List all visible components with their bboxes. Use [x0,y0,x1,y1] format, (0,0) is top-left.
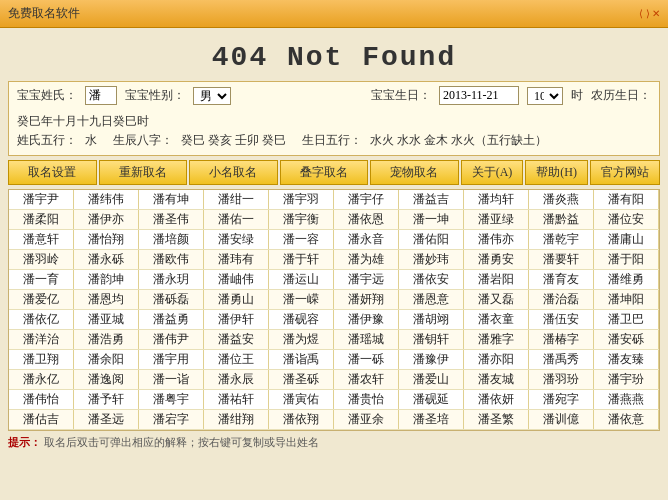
name-cell[interactable]: 潘宇仔 [333,190,398,210]
name-cell[interactable]: 潘妍翔 [333,290,398,310]
name-cell[interactable]: 潘永玥 [138,270,203,290]
name-cell[interactable]: 潘依恩 [333,210,398,230]
name-cell[interactable]: 潘益勇 [138,310,203,330]
name-cell[interactable]: 潘宇远 [333,270,398,290]
name-cell[interactable]: 潘圣砾 [268,370,333,390]
name-cell[interactable]: 潘依意 [593,410,658,430]
name-cell[interactable]: 潘亚绿 [463,210,528,230]
name-cell[interactable]: 潘一容 [268,230,333,250]
name-cell[interactable]: 潘维勇 [593,270,658,290]
name-cell[interactable]: 潘宇尹 [9,190,73,210]
name-cell[interactable]: 潘为雄 [333,250,398,270]
name-cell[interactable]: 潘玮有 [203,250,268,270]
name-cell[interactable]: 潘意轩 [9,230,73,250]
name-cell[interactable]: 潘贵怡 [333,390,398,410]
name-cell[interactable]: 潘友城 [463,370,528,390]
name-cell[interactable]: 潘于阳 [593,250,658,270]
toolbar-btn-7[interactable]: 官方网站 [590,160,660,185]
name-cell[interactable]: 潘益安 [203,330,268,350]
surname-input[interactable] [85,86,117,105]
name-cell[interactable]: 潘羽玢 [528,370,593,390]
name-cell[interactable]: 潘训億 [528,410,593,430]
name-cell[interactable]: 潘亦阳 [463,350,528,370]
name-cell[interactable]: 潘一坤 [398,210,463,230]
name-cell[interactable]: 潘豫伊 [398,350,463,370]
title-bar-controls[interactable]: ⟨ ⟩ ✕ [639,8,660,19]
name-cell[interactable]: 潘胡翊 [398,310,463,330]
name-cell[interactable]: 潘妙玮 [398,250,463,270]
name-cell[interactable]: 潘欧伟 [138,250,203,270]
name-cell[interactable]: 潘恩均 [73,290,138,310]
name-cell[interactable]: 潘伊豫 [333,310,398,330]
name-cell[interactable]: 潘坤阳 [593,290,658,310]
name-cell[interactable]: 潘培颜 [138,230,203,250]
birthday-input[interactable] [439,86,519,105]
name-cell[interactable]: 潘砾磊 [138,290,203,310]
name-cell[interactable]: 潘黔益 [528,210,593,230]
hour-select[interactable]: 10 [527,87,563,105]
name-cell[interactable]: 潘益吉 [398,190,463,210]
name-cell[interactable]: 潘庸山 [593,230,658,250]
name-cell[interactable]: 潘农轩 [333,370,398,390]
name-cell[interactable]: 潘位王 [203,350,268,370]
name-cell[interactable]: 潘伟怡 [9,390,73,410]
name-cell[interactable]: 潘一砾 [333,350,398,370]
name-cell[interactable]: 潘炎燕 [528,190,593,210]
name-cell[interactable]: 潘宇玢 [593,370,658,390]
name-cell[interactable]: 潘禹秀 [528,350,593,370]
name-cell[interactable]: 潘估吉 [9,410,73,430]
name-cell[interactable]: 潘诣禹 [268,350,333,370]
name-cell[interactable]: 潘圣伟 [138,210,203,230]
name-cell[interactable]: 潘祐轩 [203,390,268,410]
name-cell[interactable]: 潘勇安 [463,250,528,270]
name-cell[interactable]: 潘宕字 [138,410,203,430]
name-cell[interactable]: 潘均轩 [463,190,528,210]
name-cell[interactable]: 潘爱山 [398,370,463,390]
name-cell[interactable]: 潘乾宇 [528,230,593,250]
name-cell[interactable]: 潘一诣 [138,370,203,390]
toolbar-btn-0[interactable]: 取名设置 [8,160,97,185]
toolbar-btn-5[interactable]: 关于(A) [461,160,524,185]
toolbar-btn-3[interactable]: 叠字取名 [280,160,369,185]
name-cell[interactable]: 潘亚城 [73,310,138,330]
name-cell[interactable]: 潘洋治 [9,330,73,350]
name-cell[interactable]: 潘安绿 [203,230,268,250]
name-cell[interactable]: 潘岫伟 [203,270,268,290]
name-cell[interactable]: 潘燕燕 [593,390,658,410]
name-cell[interactable]: 潘怡翔 [73,230,138,250]
name-cell[interactable]: 潘伟亦 [463,230,528,250]
name-cell[interactable]: 潘宇用 [138,350,203,370]
name-cell[interactable]: 潘有阳 [593,190,658,210]
name-cell[interactable]: 潘卫翔 [9,350,73,370]
name-cell[interactable]: 潘岩阳 [463,270,528,290]
name-cell[interactable]: 潘永辰 [203,370,268,390]
name-cell[interactable]: 潘韵坤 [73,270,138,290]
name-cell[interactable]: 潘依安 [398,270,463,290]
name-cell[interactable]: 潘于轩 [268,250,333,270]
name-cell[interactable]: 潘柔阳 [9,210,73,230]
name-cell[interactable]: 潘安砾 [593,330,658,350]
toolbar-btn-2[interactable]: 小名取名 [189,160,278,185]
name-cell[interactable]: 潘位安 [593,210,658,230]
name-cell[interactable]: 潘圣远 [73,410,138,430]
name-cell[interactable]: 潘恩意 [398,290,463,310]
name-cell[interactable]: 潘永砾 [73,250,138,270]
name-cell[interactable]: 潘宛字 [528,390,593,410]
name-cell[interactable]: 潘伍安 [528,310,593,330]
name-cell[interactable]: 潘友臻 [593,350,658,370]
name-cell[interactable]: 潘要轩 [528,250,593,270]
name-cell[interactable]: 潘为煜 [268,330,333,350]
name-cell[interactable]: 潘浩勇 [73,330,138,350]
name-cell[interactable]: 潘瑶城 [333,330,398,350]
name-cell[interactable]: 潘佑阳 [398,230,463,250]
name-cell[interactable]: 潘运山 [268,270,333,290]
toolbar-btn-1[interactable]: 重新取名 [99,160,188,185]
name-cell[interactable]: 潘依翔 [268,410,333,430]
name-cell[interactable]: 潘宇羽 [268,190,333,210]
name-cell[interactable]: 潘治磊 [528,290,593,310]
name-cell[interactable]: 潘伟尹 [138,330,203,350]
name-cell[interactable]: 潘亚余 [333,410,398,430]
name-cell[interactable]: 潘育友 [528,270,593,290]
name-cell[interactable]: 潘圣繁 [463,410,528,430]
gender-select[interactable]: 男 女 [193,87,231,105]
